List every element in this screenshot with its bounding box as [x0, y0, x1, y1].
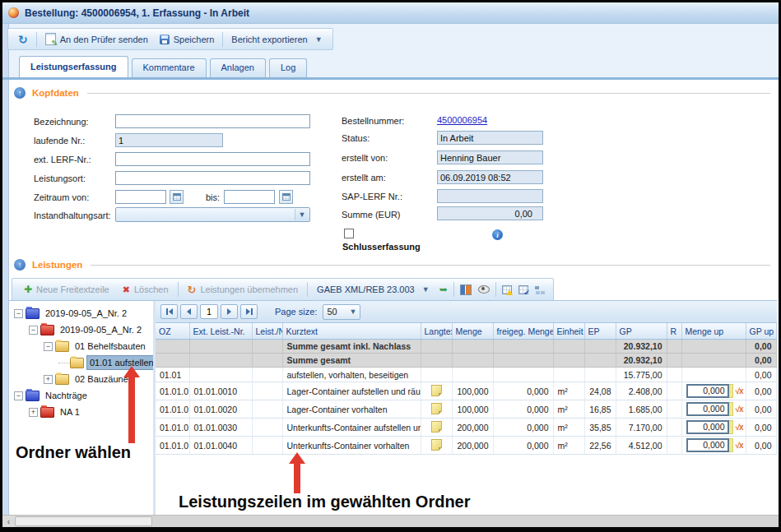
- formula-icon[interactable]: √x: [736, 405, 743, 414]
- column-header[interactable]: Menge up: [681, 323, 746, 340]
- instandhaltungsart-select[interactable]: ▼: [115, 207, 310, 222]
- langtext-note-icon[interactable]: [431, 421, 442, 433]
- loeschen-button[interactable]: ✖ Löschen: [116, 283, 175, 297]
- column-header[interactable]: Menge: [452, 323, 493, 340]
- save-button[interactable]: Speichern: [154, 33, 221, 46]
- cell-ext: [189, 354, 252, 368]
- collapse-icon[interactable]: −: [14, 309, 23, 318]
- schlusserfassung-checkbox[interactable]: [344, 229, 354, 238]
- page-number-input[interactable]: 1: [200, 304, 218, 319]
- column-header[interactable]: Ext. Leist.-Nr.: [189, 323, 252, 340]
- column-header[interactable]: OZ: [156, 323, 189, 340]
- tab-log[interactable]: Log: [269, 58, 307, 77]
- tree-node-label[interactable]: NA 1: [58, 405, 82, 419]
- tree-node-label[interactable]: 01.01 aufstellen, v: [87, 356, 153, 369]
- menge-up-input[interactable]: 0,000: [686, 384, 729, 398]
- arrow-head: [123, 366, 140, 377]
- bestellnummer-link[interactable]: 4500006954: [437, 115, 487, 125]
- formula-icon[interactable]: √x: [736, 441, 743, 450]
- column-header[interactable]: Einheit: [553, 323, 584, 340]
- tree-node-label[interactable]: 01 Behelfsbauten: [72, 340, 148, 353]
- scrollbar-thumb[interactable]: [15, 516, 152, 526]
- next-page-button[interactable]: [221, 304, 238, 319]
- menge-up-input[interactable]: 0,000: [686, 402, 729, 416]
- tab-anlagen[interactable]: Anlagen: [210, 58, 266, 77]
- eye-icon: [478, 285, 490, 294]
- menge-up-input[interactable]: 0,000: [686, 438, 729, 452]
- column-header[interactable]: Kurztext: [282, 323, 421, 340]
- scroll-left-arrow-icon[interactable]: ‹: [2, 516, 15, 527]
- table-row[interactable]: Summe gesamt inkl. Nachlass20.932,100,00: [156, 340, 776, 354]
- tree-node-label[interactable]: 02 Bauzäune: [72, 372, 131, 386]
- table-header-row: OZExt. Leist.-Nr.Leist./NKurztextLangtex…: [156, 323, 776, 340]
- collapse-icon[interactable]: −: [14, 391, 23, 400]
- column-header[interactable]: R: [667, 323, 681, 340]
- page-size-select[interactable]: 50 ▼: [323, 304, 360, 320]
- info-icon[interactable]: i: [492, 229, 503, 240]
- last-page-button[interactable]: [240, 304, 258, 319]
- tree-node-label[interactable]: 2019-09-05_A_Nr. 2: [43, 307, 129, 320]
- table-row[interactable]: Summe gesamt20.932,100,00: [156, 354, 776, 368]
- collapse-section-icon[interactable]: ↑: [14, 259, 26, 271]
- calendar-button[interactable]: [279, 190, 293, 204]
- loeschen-label: Löschen: [134, 285, 169, 294]
- ext-lerf-nr-input[interactable]: [115, 152, 310, 166]
- formula-icon[interactable]: √x: [736, 423, 743, 432]
- annotation-arrow-table: [289, 452, 305, 493]
- visibility-button[interactable]: [475, 284, 493, 295]
- tree-node-label[interactable]: Nachträge: [43, 389, 90, 402]
- collapse-section-icon[interactable]: ↑: [14, 87, 26, 99]
- cell-r: [667, 437, 681, 455]
- collapse-icon[interactable]: −: [44, 342, 53, 351]
- zeitraum-von-input[interactable]: [115, 190, 166, 204]
- table-row[interactable]: 01.01aufstellen, vorhalten, beseitigen15…: [156, 368, 776, 382]
- export-report-button[interactable]: Bericht exportieren ▼: [225, 33, 328, 46]
- column-header[interactable]: Langtext: [421, 323, 452, 340]
- gaeb-format-dropdown[interactable]: GAEB XML/REB 23.003 ▼: [310, 283, 436, 296]
- horizontal-scrollbar[interactable]: ‹: [2, 515, 779, 527]
- expand-icon[interactable]: +: [44, 375, 53, 384]
- prev-page-button[interactable]: [180, 304, 198, 319]
- gaeb-import-button[interactable]: ➥: [436, 282, 451, 297]
- column-header[interactable]: freigeg. Menge: [493, 323, 553, 340]
- collapse-icon[interactable]: −: [29, 326, 38, 335]
- menge-up-input[interactable]: 0,000: [686, 420, 729, 434]
- grid-check-view-button[interactable]: [515, 284, 532, 296]
- leistungsort-input[interactable]: [115, 171, 310, 185]
- expand-icon[interactable]: +: [29, 408, 38, 417]
- column-header[interactable]: GP: [616, 323, 667, 340]
- tree-node[interactable]: −01 Behelfsbauten: [9, 338, 153, 354]
- tab-kommentare[interactable]: Kommentare: [132, 58, 207, 77]
- first-page-button[interactable]: [160, 304, 178, 319]
- send-to-examiner-button[interactable]: An den Prüfer senden: [40, 31, 154, 47]
- formula-icon[interactable]: √x: [736, 386, 743, 396]
- bezeichnung-input[interactable]: [115, 114, 310, 128]
- cell-gp_up: 0,00: [746, 419, 776, 437]
- zeitraum-bis-input[interactable]: [224, 190, 275, 204]
- column-header[interactable]: EP: [584, 323, 616, 340]
- tree-view-button[interactable]: [532, 284, 548, 296]
- neue-freitextzeile-button[interactable]: ✚ Neue Freitextzeile: [17, 282, 116, 297]
- table-row[interactable]: 01.01.001.01.0040Unterkunfts-Container v…: [156, 437, 776, 455]
- tree-node[interactable]: −2019-09-05_A_Nr. 2: [9, 305, 153, 322]
- langtext-note-icon[interactable]: [431, 385, 442, 396]
- tab-leistungserfassung[interactable]: Leistungserfassung: [19, 56, 128, 77]
- calendar-button[interactable]: [170, 190, 184, 204]
- table-row[interactable]: 01.01.001.01.0010Lager-Container aufstel…: [156, 382, 776, 400]
- refresh-button[interactable]: ↻: [12, 33, 34, 46]
- tree-node-label[interactable]: 2019-09-05_A_Nr. 2: [58, 323, 144, 336]
- langtext-note-icon[interactable]: [431, 439, 442, 451]
- cell-oz: 01.01.0: [156, 382, 189, 400]
- grid-warning-view-button[interactable]: [499, 284, 515, 296]
- column-header[interactable]: Leist./N: [252, 323, 282, 340]
- cell-ext: [189, 368, 252, 382]
- column-header[interactable]: GP up: [746, 323, 776, 340]
- leistungen-uebernehmen-button[interactable]: ↻ Leistungen übernehmen: [181, 283, 305, 296]
- table-row[interactable]: 01.01.001.01.0020Lager-Container vorhalt…: [156, 400, 776, 419]
- langtext-note-icon[interactable]: [431, 403, 442, 414]
- table-row[interactable]: 01.01.001.01.0030Unterkunfts-Container a…: [156, 419, 776, 437]
- tree-node[interactable]: −2019-09-05_A_Nr. 2: [9, 322, 153, 338]
- cell-langtext: [421, 368, 452, 382]
- cell-einheit: m²: [553, 437, 584, 455]
- column-settings-button[interactable]: [457, 283, 475, 297]
